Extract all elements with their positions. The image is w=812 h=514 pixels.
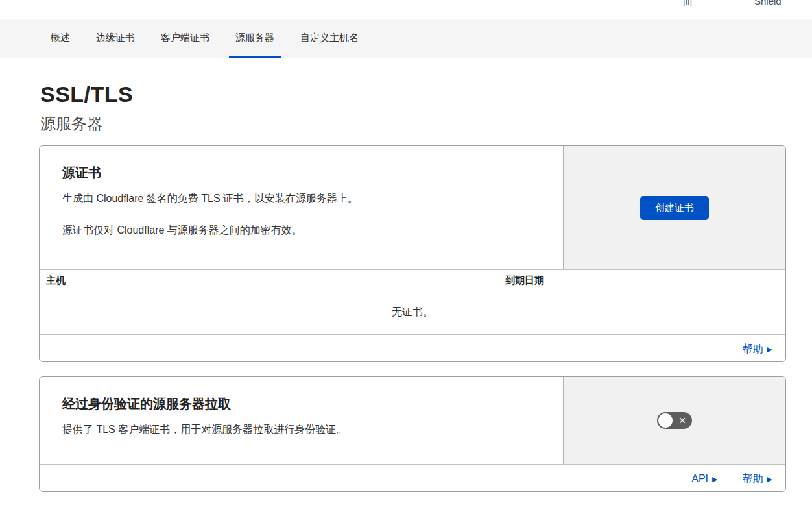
origin-certificates-heading: 源证书 xyxy=(62,164,540,182)
origin-certificates-footer: 帮助 ▶ xyxy=(40,334,785,362)
api-link[interactable]: API ▶ xyxy=(691,473,717,485)
authenticated-origin-pulls-body: 经过身份验证的源服务器拉取 提供了 TLS 客户端证书，用于对源服务器拉取进行身… xyxy=(40,377,785,464)
authenticated-origin-pulls-description: 经过身份验证的源服务器拉取 提供了 TLS 客户端证书，用于对源服务器拉取进行身… xyxy=(40,377,563,464)
top-nav-fragment-page-rules[interactable]: 面 xyxy=(683,0,693,7)
certificate-table-empty-state: 无证书。 xyxy=(40,291,785,334)
origin-certificates-body: 源证书 生成由 Cloudflare 签名的免费 TLS 证书，以安装在源服务器… xyxy=(40,146,785,269)
page-title: SSL/TLS xyxy=(40,82,133,107)
authenticated-origin-pulls-action-panel: ✕ xyxy=(563,377,785,464)
column-header-expiry: 到期日期 xyxy=(505,275,779,287)
toggle-off-x-icon: ✕ xyxy=(678,416,686,425)
tab-origin-server[interactable]: 源服务器 xyxy=(229,19,281,58)
tab-custom-hostnames[interactable]: 自定义主机名 xyxy=(294,19,365,58)
page-subtitle: 源服务器 xyxy=(40,114,133,134)
origin-certificates-description: 源证书 生成由 Cloudflare 签名的免费 TLS 证书，以安装在源服务器… xyxy=(40,146,563,269)
authenticated-origin-pulls-toggle[interactable]: ✕ xyxy=(657,412,692,429)
origin-certificates-action-panel: 创建证书 xyxy=(563,146,785,269)
top-nav-fragment-scrape-shield[interactable]: Shield xyxy=(754,0,782,7)
authenticated-origin-pulls-card: 经过身份验证的源服务器拉取 提供了 TLS 客户端证书，用于对源服务器拉取进行身… xyxy=(39,376,786,492)
arrow-right-icon: ▶ xyxy=(712,476,717,483)
create-certificate-button[interactable]: 创建证书 xyxy=(640,196,709,220)
certificate-table-header: 主机 到期日期 xyxy=(40,269,785,291)
origin-certificates-card: 源证书 生成由 Cloudflare 签名的免费 TLS 证书，以安装在源服务器… xyxy=(39,145,786,362)
help-link-label: 帮助 xyxy=(743,472,763,486)
help-link-label: 帮助 xyxy=(743,343,763,356)
tab-overview[interactable]: 概述 xyxy=(44,19,77,58)
top-nav-fragment-label: 面 xyxy=(683,0,693,7)
arrow-right-icon: ▶ xyxy=(767,346,772,353)
help-link[interactable]: 帮助 ▶ xyxy=(743,343,772,356)
authenticated-origin-pulls-footer: API ▶ 帮助 ▶ xyxy=(40,464,785,492)
page-header: SSL/TLS 源服务器 xyxy=(40,82,133,134)
origin-certificates-text-2: 源证书仅对 Cloudflare 与源服务器之间的加密有效。 xyxy=(62,224,540,238)
origin-certificates-text-1: 生成由 Cloudflare 签名的免费 TLS 证书，以安装在源服务器上。 xyxy=(62,192,540,206)
authenticated-origin-pulls-text: 提供了 TLS 客户端证书，用于对源服务器拉取进行身份验证。 xyxy=(62,423,540,437)
top-nav-strip: 面 Shield xyxy=(0,0,812,19)
toggle-knob xyxy=(658,413,673,428)
tab-edge-certificates[interactable]: 边缘证书 xyxy=(90,19,141,58)
ssl-tls-tabbar: 概述 边缘证书 客户端证书 源服务器 自定义主机名 xyxy=(0,19,812,58)
api-link-label: API xyxy=(691,473,708,485)
help-link[interactable]: 帮助 ▶ xyxy=(743,472,772,486)
top-nav-fragment-label: Shield xyxy=(754,0,782,6)
tab-client-certificates[interactable]: 客户端证书 xyxy=(154,19,216,58)
arrow-right-icon: ▶ xyxy=(767,476,772,483)
column-header-host: 主机 xyxy=(46,275,505,287)
authenticated-origin-pulls-heading: 经过身份验证的源服务器拉取 xyxy=(62,395,540,413)
